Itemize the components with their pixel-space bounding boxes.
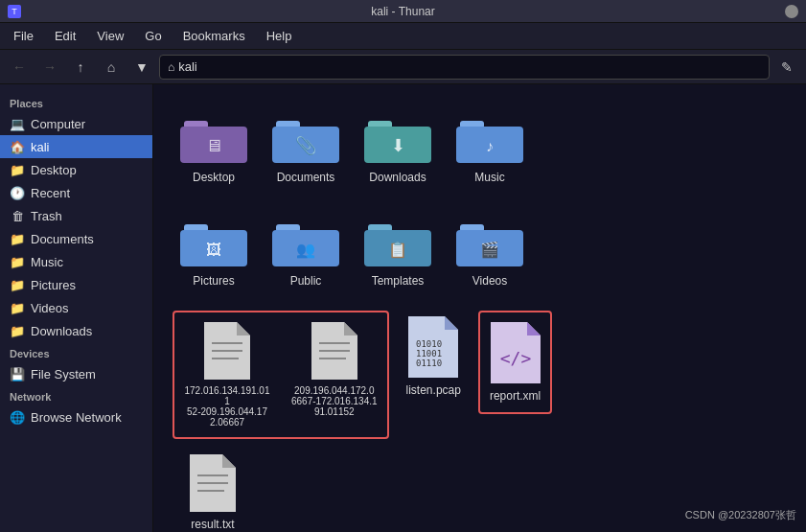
folder-downloads[interactable]: ⬇ Downloads bbox=[357, 104, 439, 192]
sidebar-item-desktop[interactable]: 📁 Desktop bbox=[0, 158, 152, 181]
sidebar-item-label: Videos bbox=[31, 301, 69, 315]
folder-icon: 📁 bbox=[10, 323, 25, 338]
file-label: report.xml bbox=[490, 389, 541, 403]
menubar: File Edit View Go Bookmarks Help bbox=[0, 23, 806, 50]
sidebar-item-label: Browse Network bbox=[31, 410, 122, 425]
file-pcap[interactable]: 01010 11001 01110 listen.pcap bbox=[401, 311, 467, 403]
folder-label: Downloads bbox=[369, 171, 426, 184]
sidebar-item-filesystem[interactable]: 💾 File System bbox=[0, 362, 152, 385]
forward-button[interactable]: → bbox=[36, 54, 63, 81]
network-label: Network bbox=[0, 385, 152, 405]
folder-templates[interactable]: 📋 Templates bbox=[357, 207, 439, 295]
sidebar-item-label: Trash bbox=[31, 209, 62, 223]
menu-edit[interactable]: Edit bbox=[45, 26, 85, 46]
file-ip1[interactable]: 172.016.134.191.01152-209.196.044.172.06… bbox=[178, 316, 276, 433]
folder-documents[interactable]: 📎 Documents bbox=[265, 104, 347, 192]
folder-label: Documents bbox=[277, 171, 335, 184]
edit-location-button[interactable]: ✎ bbox=[773, 54, 800, 81]
location-text: kali bbox=[178, 59, 197, 74]
up-button[interactable]: ↑ bbox=[67, 54, 94, 81]
folder-label: Pictures bbox=[193, 274, 234, 288]
sidebar-item-label: Pictures bbox=[31, 278, 76, 292]
sidebar-item-recent[interactable]: 🕐 Recent bbox=[0, 181, 152, 204]
text-file-icon bbox=[190, 454, 236, 512]
drive-icon: 💾 bbox=[10, 366, 25, 382]
file-xml-highlighted: </> report.xml bbox=[478, 311, 552, 414]
sidebar-item-label: Documents bbox=[31, 232, 94, 246]
file-label: listen.pcap bbox=[406, 383, 461, 397]
back-button[interactable]: ← bbox=[6, 54, 33, 81]
folder-icon-templates: 📋 bbox=[364, 215, 431, 268]
svg-marker-25 bbox=[237, 322, 250, 335]
titlebar: T kali - Thunar bbox=[0, 0, 806, 23]
sidebar: Places 💻 Computer 🏠 kali 📁 Desktop 🕐 Rec… bbox=[0, 84, 153, 532]
sidebar-item-computer[interactable]: 💻 Computer bbox=[0, 112, 152, 135]
sidebar-item-label: Computer bbox=[31, 117, 85, 131]
file-label: 209.196.044.172.06667-172.016.134.191.01… bbox=[291, 385, 378, 417]
folder-icon-desktop: 🖥 bbox=[180, 111, 247, 165]
menu-file[interactable]: File bbox=[4, 26, 43, 46]
folder-icon-downloads: ⬇ bbox=[364, 111, 431, 165]
folder-videos[interactable]: 🎬 Videos bbox=[449, 207, 531, 295]
sidebar-item-label: Desktop bbox=[31, 163, 77, 177]
sidebar-item-trash[interactable]: 🗑 Trash bbox=[0, 204, 152, 227]
svg-text:</>: </> bbox=[499, 348, 531, 368]
file-label: 172.016.134.191.01152-209.196.044.172.06… bbox=[184, 385, 270, 428]
menu-help[interactable]: Help bbox=[257, 26, 302, 46]
sidebar-item-label: File System bbox=[31, 367, 96, 382]
highlighted-files-group: 172.016.134.191.01152-209.196.044.172.06… bbox=[173, 311, 389, 439]
svg-text:01110: 01110 bbox=[416, 359, 442, 368]
history-button[interactable]: ▼ bbox=[128, 54, 155, 81]
sidebar-item-browse-network[interactable]: 🌐 Browse Network bbox=[0, 405, 152, 428]
main-container: Places 💻 Computer 🏠 kali 📁 Desktop 🕐 Rec… bbox=[0, 84, 806, 532]
folder-icon-videos: 🎬 bbox=[456, 215, 523, 268]
folder-label: Videos bbox=[472, 274, 507, 288]
svg-text:♪: ♪ bbox=[486, 138, 494, 154]
sidebar-item-music[interactable]: 📁 Music bbox=[0, 250, 152, 273]
location-bar[interactable]: ⌂ kali bbox=[159, 55, 770, 80]
svg-text:⬇: ⬇ bbox=[391, 136, 405, 155]
file-result-txt[interactable]: result.txt bbox=[184, 449, 242, 532]
sidebar-item-videos[interactable]: 📁 Videos bbox=[0, 296, 152, 319]
toolbar: ← → ↑ ⌂ ▼ ⌂ kali ✎ bbox=[0, 50, 806, 84]
text-file-icon bbox=[204, 322, 250, 380]
watermark: CSDN @20232807张哲 bbox=[685, 508, 796, 522]
folder-label: Music bbox=[474, 171, 504, 184]
svg-marker-40 bbox=[527, 322, 541, 335]
sidebar-item-documents[interactable]: 📁 Documents bbox=[0, 227, 152, 250]
menu-bookmarks[interactable]: Bookmarks bbox=[173, 26, 255, 46]
file-area: 🖥 Desktop 📎 Documents ⬇ bbox=[153, 84, 806, 532]
svg-text:11001: 11001 bbox=[416, 349, 442, 359]
svg-marker-43 bbox=[222, 454, 236, 468]
folder-icon: 📁 bbox=[10, 254, 25, 269]
trash-icon: 🗑 bbox=[10, 208, 25, 223]
svg-marker-30 bbox=[344, 322, 357, 335]
folder-public[interactable]: 👥 Public bbox=[265, 207, 347, 295]
folder-pictures[interactable]: 🖼 Pictures bbox=[173, 207, 255, 295]
home-button[interactable]: ⌂ bbox=[98, 54, 125, 81]
folder-icon: 📁 bbox=[10, 300, 25, 315]
sidebar-item-kali[interactable]: 🏠 kali bbox=[0, 135, 152, 158]
folder-icon-public: 👥 bbox=[272, 215, 339, 268]
sidebar-item-downloads[interactable]: 📁 Downloads bbox=[0, 319, 152, 342]
recent-icon: 🕐 bbox=[10, 185, 25, 200]
app-icon: T bbox=[8, 5, 21, 18]
sidebar-item-pictures[interactable]: 📁 Pictures bbox=[0, 273, 152, 296]
folder-label: Public bbox=[290, 274, 322, 288]
folder-music[interactable]: ♪ Music bbox=[449, 104, 531, 192]
devices-label: Devices bbox=[0, 342, 152, 362]
file-xml[interactable]: </> report.xml bbox=[484, 316, 546, 408]
file-ip2[interactable]: 209.196.044.172.06667-172.016.134.191.01… bbox=[286, 316, 383, 433]
svg-text:🖼: 🖼 bbox=[206, 242, 221, 258]
home-icon: 🏠 bbox=[10, 139, 25, 154]
folder-desktop[interactable]: 🖥 Desktop bbox=[173, 104, 255, 192]
home-icon: ⌂ bbox=[168, 60, 174, 74]
menu-go[interactable]: Go bbox=[135, 26, 171, 46]
close-button[interactable] bbox=[785, 5, 798, 18]
menu-view[interactable]: View bbox=[87, 26, 133, 46]
network-icon: 🌐 bbox=[10, 409, 25, 425]
xml-file-icon: </> bbox=[491, 322, 541, 383]
folder-icon: 📁 bbox=[10, 231, 25, 246]
svg-text:🖥: 🖥 bbox=[205, 136, 222, 155]
svg-text:🎬: 🎬 bbox=[480, 241, 499, 259]
